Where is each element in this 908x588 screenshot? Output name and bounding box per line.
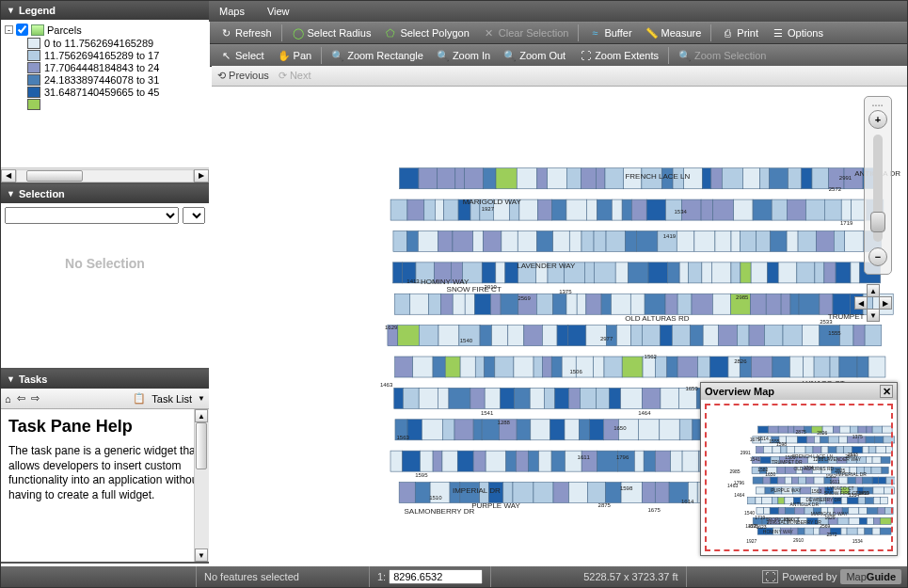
scroll-thumb[interactable] [196,422,207,469]
svg-rect-57 [734,199,753,220]
svg-rect-130 [836,262,851,283]
svg-rect-140 [475,294,491,314]
svg-rect-135 [410,294,429,314]
status-features: No features selected [197,566,370,587]
refresh-button[interactable]: ↻Refresh [214,24,278,41]
zoom-thumb[interactable] [870,212,885,232]
svg-rect-125 [768,262,779,283]
selection-dropdown-2[interactable] [183,207,205,224]
map-canvas[interactable]: OLD ALTURAS RDLYNACO CTTROPICANA CTLAVEN… [212,87,907,565]
overview-extent-box[interactable] [705,404,893,551]
svg-rect-312 [528,451,538,471]
scroll-up-icon[interactable]: ▲ [195,409,208,422]
scroll-thumb[interactable] [26,170,83,182]
toolbar-nav: ↖Select ✋Pan 🔍Zoom Rectangle 🔍Zoom In 🔍Z… [210,44,907,67]
zoom-rectangle-button[interactable]: 🔍Zoom Rectangle [326,47,429,64]
legend-item: 31.6487140459665 to 45 [27,87,205,98]
minus-icon[interactable]: - [5,25,13,34]
scroll-left-icon[interactable]: ◀ [1,169,16,183]
svg-rect-172 [438,326,459,346]
svg-rect-113 [594,262,615,283]
svg-rect-96 [845,230,864,251]
zoom-out-button[interactable]: 🔍Zoom Out [498,47,571,64]
zoom-in-button[interactable]: 🔍Zoom In [431,47,496,64]
svg-rect-13 [596,168,605,189]
forward-icon[interactable]: ⇨ [31,392,40,405]
toolbar-main: ↻Refresh ◯Select Radius ⬠Select Polygon … [210,22,907,44]
selection-header[interactable]: ▼Selection [1,184,209,203]
svg-rect-189 [703,326,718,346]
pan-left-button[interactable]: ◀ [854,296,868,310]
zoom-sel-icon: 🔍 [678,49,692,62]
svg-rect-11 [566,168,581,189]
zoom-out-minus-button[interactable]: − [868,247,887,266]
legend-hscroll[interactable]: ◀ ▶ [1,167,209,183]
svg-rect-137 [440,294,453,314]
svg-text:PURPLE WAY: PURPLE WAY [471,501,520,510]
layer-checkbox[interactable] [16,24,28,36]
task-list-label[interactable]: Task List [151,393,192,405]
back-icon[interactable]: ⇦ [17,392,25,405]
svg-rect-156 [712,294,730,314]
zoom-selection-button[interactable]: 🔍Zoom Selection [673,47,772,64]
select-button[interactable]: ↖Select [214,47,270,64]
overview-header[interactable]: Overview Map ✕ [701,383,897,400]
svg-rect-304 [420,451,433,471]
tasks-vscroll[interactable]: ▲ ▼ [194,409,209,562]
svg-rect-10 [548,168,567,189]
svg-rect-226 [751,357,772,377]
zoom-track[interactable] [873,135,883,242]
svg-text:1595: 1595 [415,472,428,478]
grip-icon[interactable]: ▪▪▪▪ [872,103,884,108]
svg-rect-322 [671,451,682,471]
pan-button[interactable]: ✋Pan [272,47,318,64]
legend-header[interactable]: ▼Legend [1,1,209,20]
svg-rect-171 [419,326,438,346]
scroll-down-icon[interactable]: ▼ [195,548,208,562]
clear-selection-button[interactable]: ✕Clear Selection [477,24,575,41]
select-polygon-button[interactable]: ⬠Select Polygon [378,24,474,41]
clear-icon: ✕ [483,26,496,40]
zoom-in-plus-button[interactable]: + [868,110,887,129]
print-button[interactable]: ⎙Print [715,24,764,41]
svg-rect-247 [555,388,569,408]
svg-rect-306 [442,451,457,471]
selection-dropdown-1[interactable] [5,207,179,224]
legend-layer-root[interactable]: - Parcels [5,24,205,36]
svg-rect-162 [799,294,820,314]
menu-view[interactable]: View [267,6,290,17]
close-icon[interactable]: ✕ [880,385,893,398]
overview-body[interactable]: OLD ALTURAS RDLYNACO CTTROPICANA CTLAVEN… [701,400,897,555]
swatch-icon [27,50,40,61]
map-wrapper: ⟲ Previous ⟳ Next OLD ALTURAS RDLYNACO C… [212,66,907,565]
options-button[interactable]: ☰Options [766,24,829,41]
previous-button[interactable]: ⟲ Previous [217,70,269,82]
zoom-extents-button[interactable]: ⛶Zoom Extents [573,47,664,64]
zoom-slider[interactable]: ▪▪▪▪ + − [864,96,892,275]
pan-down-button[interactable]: ▼ [867,309,880,322]
svg-rect-282 [579,420,589,440]
svg-text:1540: 1540 [460,338,473,343]
svg-rect-170 [398,326,420,346]
chevron-down-icon[interactable]: ▼ [198,394,205,403]
buffer-button[interactable]: ≈Buffer [582,24,637,41]
svg-rect-4 [455,168,465,189]
scroll-right-icon[interactable]: ▶ [194,169,209,183]
overview-map[interactable]: Overview Map ✕ OLD ALTURAS RDLYNACO CTTR… [700,382,898,556]
measure-button[interactable]: 📏Measure [640,24,708,41]
svg-rect-303 [403,451,421,471]
menu-maps[interactable]: Maps [219,6,245,17]
next-button[interactable]: ⟳ Next [279,70,311,82]
pan-up-button[interactable]: ▲ [867,284,880,297]
tasks-header[interactable]: ▼Tasks [1,370,209,389]
pan-right-button[interactable]: ▶ [879,296,892,310]
svg-rect-66 [388,252,884,262]
expand-icon[interactable]: ⛶ [762,570,778,583]
task-list-icon[interactable]: 📋 [133,392,146,405]
svg-rect-232 [839,357,857,377]
scale-input[interactable] [389,569,483,584]
home-icon[interactable]: ⌂ [5,393,11,405]
svg-rect-55 [701,199,713,220]
svg-rect-231 [830,357,839,377]
select-radius-button[interactable]: ◯Select Radius [286,24,377,41]
